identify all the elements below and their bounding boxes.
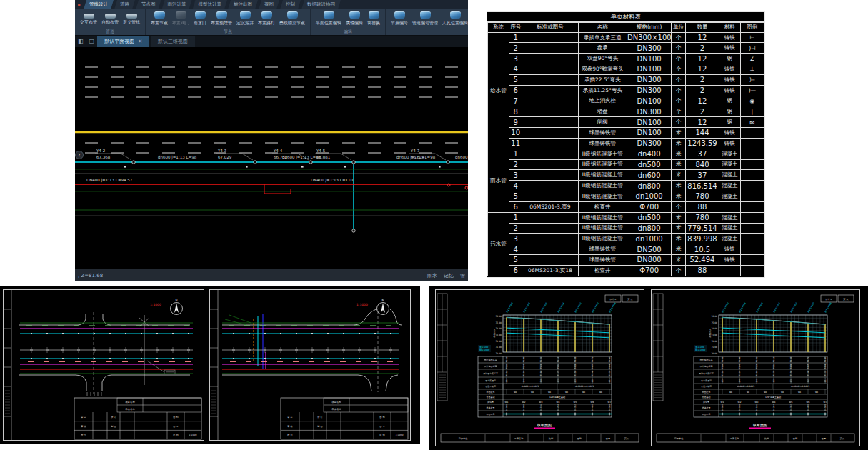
布置路灯-button[interactable]: 布置路灯 [256, 11, 276, 27]
auto-pipe-icon [105, 14, 116, 19]
pipe-number-icon [420, 11, 431, 19]
pipe-lines [20, 323, 193, 374]
svg-text:图号: 图号 [606, 437, 611, 440]
ribbon-tab-5[interactable]: 模型法计算 [193, 0, 228, 9]
ribbon-tab-7[interactable]: 视图 [259, 0, 279, 9]
materials-cell: 个 [672, 117, 686, 128]
svg-text:72.33: 72.33 [609, 370, 611, 376]
svg-text:设计号: 设计号 [609, 298, 617, 301]
materials-cell [740, 223, 764, 234]
svg-text:98: 98 [514, 391, 517, 394]
交互布管-button[interactable]: 交互布管 [79, 11, 99, 26]
materials-cell [740, 149, 764, 159]
svg-text:71.00: 71.00 [711, 346, 717, 349]
materials-cell: 52.494 [686, 254, 719, 265]
panel-collapse-button[interactable]: ‹ [76, 151, 84, 159]
materials-cell: 8 [509, 106, 522, 117]
svg-text:98: 98 [815, 391, 818, 394]
ribbon-tab-9[interactable]: 数据建设协同 [301, 0, 341, 9]
svg-text:平面距离: 平面距离 [702, 391, 711, 394]
定沉泥井-button[interactable]: 定沉泥井 [235, 11, 255, 27]
雨水口-button[interactable]: 雨水口 [192, 11, 208, 27]
materials-cell: DN800 [627, 254, 671, 265]
materials-cell [740, 159, 764, 170]
frame-left-strip [4, 290, 11, 440]
布置预埋管-button[interactable]: 布置预埋管 [209, 11, 234, 27]
materials-cell [522, 54, 578, 64]
svg-text:设计地面标高: 设计地面标高 [484, 365, 497, 368]
svg-text:75.00: 75.00 [711, 321, 717, 324]
materials-cell: 米 [672, 159, 686, 170]
materials-row: 给水管1承插单支承三通DN300×100个12铸铁⊢ [488, 32, 764, 43]
ribbon-tab-3[interactable]: 节点图 [136, 0, 161, 9]
svg-text:横1:1000: 横1:1000 [695, 349, 705, 351]
svg-text:W6: W6 [807, 401, 810, 404]
人孔位置编辑-button[interactable]: 人孔位置编辑 [441, 11, 468, 27]
ribbon-tab-1[interactable]: 管线设计 [84, 0, 114, 9]
管道编号管理-button[interactable]: 管道编号管理 [411, 11, 439, 27]
plan-sheet-1: N1:1000项目名称单项名称审 定审 核校 对设 计制 图图 别图 号比 例1… [3, 289, 204, 441]
叠线独立节点-button[interactable]: 叠线独立节点 [278, 11, 306, 27]
svg-text:75.30: 75.30 [540, 363, 542, 369]
drawing-canvas[interactable]: Y4-267.368Y4-367.029Y4-466.752Y4-566.081… [75, 47, 468, 269]
profile-sheet-1: 设计号页 次76.0075.0074.0073.0072.0071.0070.0… [435, 289, 644, 446]
viewport-layout-icon[interactable]: ◧ [75, 36, 86, 47]
materials-cell: 2 [686, 74, 719, 85]
materials-cell: DN300 [627, 106, 671, 117]
status-bar: , Z=81.68 雨水记忆管 [75, 269, 468, 281]
svg-text:0+098: 0+098 [739, 404, 741, 411]
svg-text:设 计: 设 计 [111, 416, 116, 419]
green-utility-lines [75, 166, 468, 216]
svg-text:2.46: 2.46 [756, 378, 758, 382]
ribbon-group-4: 节点编号管道编号管理人孔位置编辑更新节点模型识别雨水管道更新节点图块工具 [386, 9, 468, 35]
ribbon-button-label: 布置预埋管 [211, 20, 232, 26]
平面位置编辑-button[interactable]: 平面位置编辑 [314, 11, 343, 27]
materials-cell: 检查井 [578, 265, 627, 276]
scale-text: 1:1000 [150, 303, 161, 306]
svg-text:74.70: 74.70 [807, 363, 809, 369]
ribbon-tab-8[interactable]: 控制 [280, 0, 301, 9]
svg-text:图号: 图号 [822, 437, 827, 440]
svg-text:75.31: 75.31 [756, 356, 758, 362]
ribbon-tab-4[interactable]: 雨污计算 [162, 0, 192, 9]
svg-text:W4 0+294: W4 0+294 [557, 302, 564, 314]
view-tab-1[interactable]: 默认平面视图✕ [97, 36, 149, 47]
ribbon-tab-2[interactable]: 道路 [114, 0, 135, 9]
svg-text:井编号: 井编号 [487, 401, 494, 404]
属性编辑-button[interactable]: 属性编辑 [344, 11, 364, 27]
svg-text:75.62: 75.62 [506, 356, 508, 362]
materials-row: 雨水管1II级钢筋混凝土管dn400米37混凝土 [488, 149, 764, 159]
status-toggle-3[interactable]: 管 [460, 272, 465, 279]
materials-row: 606MS201-3,页9检查井Φ700个88 [488, 201, 764, 212]
svg-text:2.15: 2.15 [824, 378, 827, 382]
materials-row: 3II级钢筋混凝土管dn600米37混凝土 [488, 170, 764, 181]
materials-cell: 12 [686, 96, 719, 106]
定义管线-button[interactable]: 定义管线 [121, 11, 141, 26]
materials-cell: 铸铁 [719, 244, 740, 255]
节点编号-button[interactable]: 节点编号 [389, 11, 409, 27]
materials-cell [740, 191, 764, 202]
materials-cell: 2 [509, 43, 522, 54]
svg-text:建设单位: 建设单位 [674, 437, 684, 440]
view-tab-2[interactable]: 默认三维视图 [151, 36, 195, 47]
overlap-node-icon [287, 11, 298, 19]
布置节点-button[interactable]: 布置节点 [149, 11, 169, 27]
materials-cell: DN100 [627, 54, 671, 64]
svg-text:75.60: 75.60 [506, 363, 508, 369]
svg-text:比 例: 比 例 [379, 434, 384, 436]
close-tab-icon[interactable]: ✕ [138, 39, 142, 44]
svg-text:W3 0+196: W3 0+196 [755, 302, 763, 314]
materials-cell: 铸铁 [719, 64, 740, 75]
viewport-restore-icon[interactable]: ▢ [86, 36, 98, 47]
materials-cell: dn500 [627, 159, 671, 170]
view-tabbar: ◧▢默认平面视图✕默认三维视图 [75, 35, 468, 47]
自动布管-button[interactable]: 自动布管 [100, 11, 120, 26]
块替换-button[interactable]: 块替换 [366, 11, 381, 27]
app-menu-icon[interactable]: ▸ [75, 0, 84, 9]
svg-text:Y4-3: Y4-3 [217, 149, 227, 153]
materials-cell: 双盘90°鸭掌弯头 [578, 64, 627, 75]
ribbon-tab-6[interactable]: 标注出图 [228, 0, 258, 9]
status-toggle-2[interactable]: 记忆 [444, 272, 454, 279]
status-toggle-1[interactable]: 雨水 [427, 272, 437, 279]
svg-text:项目名称: 项目名称 [331, 401, 341, 404]
